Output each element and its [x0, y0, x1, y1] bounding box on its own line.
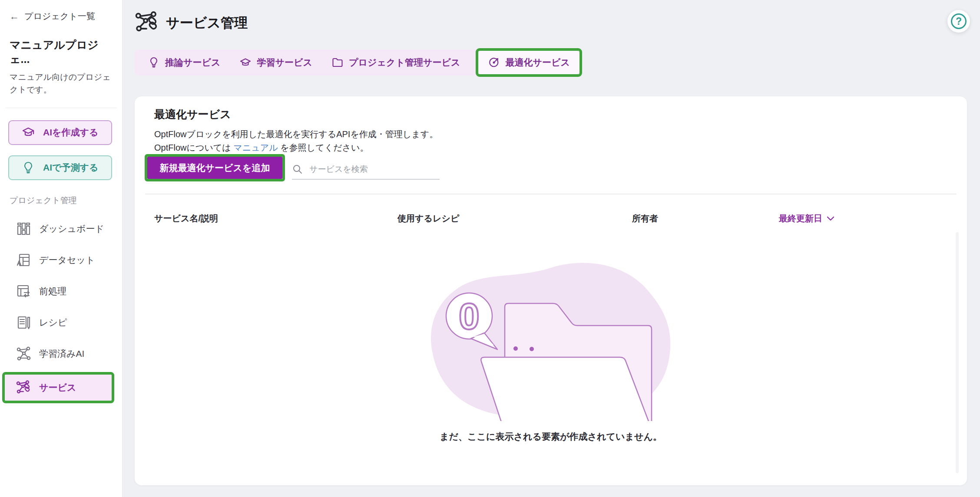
tab-project-management-service[interactable]: プロジェクト管理サービス — [331, 56, 460, 69]
manual-link[interactable]: マニュアル — [233, 143, 278, 152]
tab-label: 学習サービス — [257, 56, 312, 69]
recipe-icon — [16, 315, 31, 330]
project-description: マニュアル向けのプロジェクトです。 — [10, 71, 112, 96]
sidebar-section-label: プロジェクト管理 — [10, 195, 113, 206]
tab-inference-service[interactable]: 推論サービス — [148, 56, 220, 69]
sidebar-item-preprocessing[interactable]: 前処理 — [0, 278, 117, 304]
sidebar-item-dataset[interactable]: データセット — [0, 247, 117, 273]
sidebar-divider — [5, 108, 117, 108]
panel-divider — [145, 194, 957, 194]
back-arrow-icon: ← — [10, 11, 19, 22]
predict-ai-button[interactable]: AIで予測する — [8, 155, 112, 180]
folder-dot — [513, 346, 518, 351]
sidebar-item-label: ダッシュボード — [39, 223, 104, 235]
folder-icon — [331, 56, 344, 69]
project-name: マニュアルプロジェ... — [10, 38, 113, 66]
chevron-down-icon — [827, 216, 834, 221]
page-title: サービス管理 — [166, 14, 248, 32]
predict-ai-label: AIで予測する — [43, 161, 98, 174]
back-link-label: プロジェクト一覧 — [24, 10, 95, 22]
service-search-input[interactable] — [309, 165, 440, 174]
service-tabbar: 推論サービス 学習サービス プロジェクト管理サービス 最適化サービス — [135, 49, 583, 76]
annotation-box-optimization-tab: 最適化サービス — [476, 48, 582, 77]
sidebar-item-label: サービス — [39, 382, 76, 394]
graduation-cap-icon — [21, 125, 35, 139]
dataset-icon — [16, 252, 31, 268]
annotation-box-sidebar-services: サービス — [2, 372, 114, 403]
panel-description-line2-prefix: OptFlowについては — [154, 143, 233, 152]
service-search-box — [292, 160, 440, 180]
dashboard-icon — [16, 221, 31, 237]
sidebar-item-trained-ai[interactable]: 学習済みAI — [0, 341, 117, 367]
empty-state-message: まだ、ここに表示される要素が作成されていません。 — [135, 431, 967, 443]
column-header-last-updated-sort[interactable]: 最終更新日 — [779, 213, 834, 224]
network-icon — [16, 346, 31, 362]
annotation-box-add-button: 新規最適化サービスを追加 — [145, 154, 285, 181]
create-ai-button[interactable]: AIを作成する — [8, 120, 112, 145]
panel-description-line2-suffix: を参照してください。 — [278, 143, 369, 152]
page-header: サービス管理 — [135, 11, 248, 35]
panel-description-line1: OptFlowブロックを利用した最適化を実行するAPIを作成・管理します。 — [154, 129, 438, 139]
service-network-icon — [16, 380, 31, 395]
preprocessing-icon — [16, 283, 31, 299]
folder-front — [481, 357, 649, 421]
target-icon — [488, 56, 500, 69]
sidebar-item-recipe[interactable]: レシピ — [0, 309, 117, 336]
sidebar-item-dashboard[interactable]: ダッシュボード — [0, 216, 117, 242]
column-header-owner: 所有者 — [632, 213, 658, 224]
help-button[interactable]: ? — [947, 10, 970, 33]
add-optimization-service-button[interactable]: 新規最適化サービスを追加 — [147, 157, 282, 179]
sidebar-item-label: 学習済みAI — [39, 348, 84, 360]
column-header-service-name: サービス名/説明 — [154, 213, 218, 224]
search-icon — [292, 164, 303, 175]
panel-title: 最適化サービス — [154, 107, 231, 122]
service-management-icon — [135, 11, 159, 35]
sidebar-item-services[interactable]: サービス — [5, 375, 112, 401]
tab-label: 最適化サービス — [505, 56, 569, 69]
main-area: サービス管理 ? 推論サービス 学習サービス プロジェクト管理サービス — [122, 0, 980, 497]
sidebar: ← プロジェクト一覧 マニュアルプロジェ... マニュアル向けのプロジェクトです… — [0, 0, 122, 497]
create-ai-label: AIを作成する — [43, 126, 98, 138]
back-to-projects-link[interactable]: ← プロジェクト一覧 — [10, 10, 113, 22]
bulb-icon — [148, 56, 160, 69]
sidebar-item-label: データセット — [39, 254, 95, 266]
folder-dot — [530, 347, 534, 351]
graduation-cap-icon — [239, 56, 252, 69]
column-header-recipe: 使用するレシピ — [397, 213, 459, 224]
optimization-service-panel: 最適化サービス OptFlowブロックを利用した最適化を実行するAPIを作成・管… — [135, 96, 967, 485]
lightbulb-icon — [21, 161, 35, 174]
zero-badge: 0 — [459, 295, 480, 337]
tab-training-service[interactable]: 学習サービス — [239, 56, 312, 69]
column-header-label: 最終更新日 — [779, 213, 822, 224]
tab-label: 推論サービス — [165, 56, 220, 69]
help-icon: ? — [951, 13, 967, 29]
sidebar-item-label: レシピ — [39, 316, 67, 329]
panel-description: OptFlowブロックを利用した最適化を実行するAPIを作成・管理します。 Op… — [154, 128, 438, 155]
empty-state-illustration: 0 — [419, 252, 680, 421]
sidebar-item-label: 前処理 — [39, 285, 66, 297]
tab-label: プロジェクト管理サービス — [349, 56, 460, 69]
sidebar-menu: ダッシュボード データセット 前処理 レシピ — [0, 216, 122, 403]
tab-optimization-service[interactable]: 最適化サービス — [478, 51, 579, 74]
